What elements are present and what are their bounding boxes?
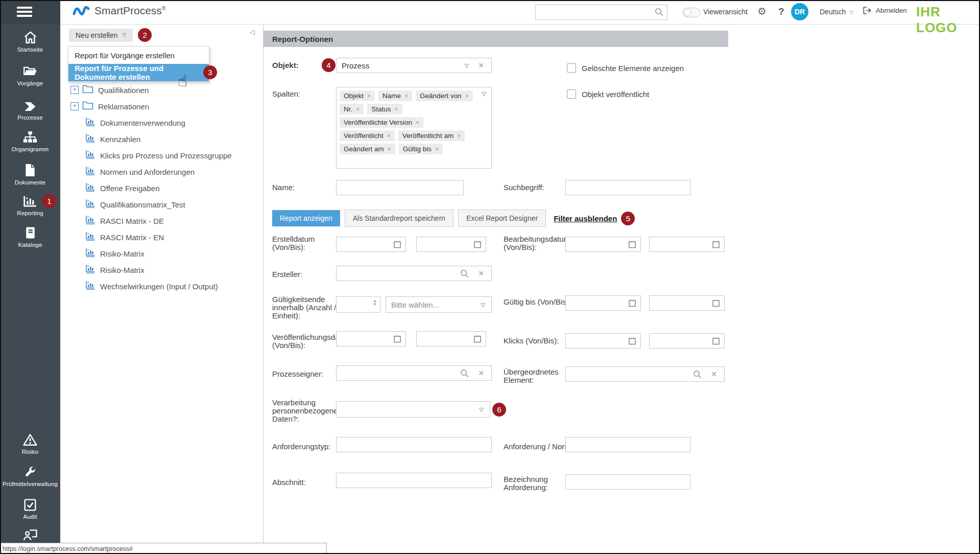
chevron-down-icon[interactable]: ▽ [482,90,486,97]
anforderung-norm-field[interactable] [565,437,690,452]
spalten-tag[interactable]: Geändert am× [340,144,395,154]
verarbeitung-select[interactable]: ▽ [336,401,490,418]
calendar-icon[interactable] [712,299,720,309]
search-icon[interactable] [460,269,469,280]
help-icon[interactable]: ? [778,6,784,17]
remove-tag-icon[interactable]: × [356,106,360,113]
sidebar-item-schulung[interactable] [0,526,60,541]
excel-report-designer-button[interactable]: Excel Report Designer [458,210,546,227]
tree-report-item[interactable]: Risiko-Matrix [60,245,263,262]
calendar-icon[interactable] [473,335,482,345]
bearbeitungsdatum-von-field[interactable] [565,237,641,252]
sidebar-item-audit[interactable]: Audit [0,497,60,520]
checkbox-geloeschte-elemente[interactable]: Gelöschte Elemente anzeigen [567,63,684,73]
collapse-panel-icon[interactable]: ◁ [250,28,255,36]
klicks-bis-field[interactable] [649,333,725,349]
chevron-down-icon[interactable]: ▽ [481,302,485,308]
search-icon[interactable] [460,369,469,380]
user-avatar[interactable]: DR [791,3,808,20]
bearbeitungsdatum-bis-field[interactable] [649,237,725,252]
spalten-tag[interactable]: Name× [378,90,412,101]
spalten-tag[interactable]: Veröffentlichte Version× [340,117,423,128]
calendar-icon[interactable] [628,337,636,347]
search-input[interactable] [539,6,651,18]
clear-icon[interactable]: ✕ [478,369,484,377]
tree-report-item[interactable]: Klicks pro Prozess und Prozessgruppe [60,147,263,164]
checkbox-box[interactable] [567,63,576,73]
calendar-icon[interactable] [473,240,482,250]
spalten-tag[interactable]: Nr.× [340,104,364,114]
calendar-icon[interactable] [712,337,720,347]
sidebar-item-risiko[interactable]: Risiko [0,432,60,455]
tree-report-item[interactable]: Offene Freigaben [60,180,263,196]
clear-icon[interactable]: ✕ [478,61,484,70]
anforderung-norm-input[interactable] [570,439,688,451]
objekt-select[interactable]: Prozess ▽ ✕ [336,58,492,73]
language-selector[interactable]: Deutsch▽ [820,8,853,16]
hamburger-button[interactable] [0,0,60,24]
settings-gear-icon[interactable]: ⚙ [757,5,767,17]
expand-plus-icon[interactable]: + [70,102,79,110]
viewer-toggle[interactable] [683,8,700,17]
veroeffentlichungsdatum-bis-field[interactable] [416,331,486,347]
suchbegriff-field[interactable] [565,180,690,195]
sidebar-item-dokumente[interactable]: Dokumente [0,163,60,186]
erstelldatum-bis-field[interactable] [416,237,486,252]
uebergeordnetes-element-search-field[interactable]: ✕ [565,366,725,382]
spalten-tag[interactable]: Gültig bis× [399,144,443,154]
abschnitt-field[interactable] [336,473,492,488]
remove-tag-icon[interactable]: × [388,146,391,153]
ersteller-search-field[interactable]: ✕ [336,266,492,281]
remove-tag-icon[interactable]: × [435,146,439,153]
sidebar-item-kataloge[interactable]: Kataloge [0,225,60,248]
anforderungstyp-input[interactable] [341,439,489,451]
remove-tag-icon[interactable]: × [387,132,391,140]
calendar-icon[interactable] [393,240,401,250]
sidebar-item-vorgaenge[interactable]: Vorgänge [0,63,60,86]
sidebar-item-pruefmittelverwaltung[interactable]: Prüfmittelverwaltung [0,464,60,487]
standardreport-speichern-button[interactable]: Als Standardreport speichern [345,210,453,227]
sidebar-item-organigramm[interactable]: Organigramm [0,129,60,152]
filter-ausblenden-link[interactable]: Filter ausblenden [554,214,617,223]
report-anzeigen-button[interactable]: Report anzeigen [272,210,340,226]
gueltig-bis-bis-field[interactable] [649,295,725,311]
spalten-tag[interactable]: Geändert von× [416,90,473,101]
calendar-icon[interactable] [628,240,636,250]
abschnitt-input[interactable] [341,475,489,487]
spalten-tag[interactable]: Veröffentlicht am× [398,130,465,141]
chevron-down-icon[interactable]: ▽ [480,406,484,413]
tree-report-item[interactable]: Qualifikationsmatrix_Test [60,196,263,213]
prozesseigner-search-field[interactable]: ✕ [336,365,492,381]
neu-erstellen-button[interactable]: Neu erstellen ▽ [69,29,133,42]
anzahl-stepper[interactable]: ▲▼ [336,296,380,313]
erstelldatum-von-field[interactable] [336,237,406,252]
tree-report-item[interactable]: Dokumentenverwendung [60,114,263,131]
calendar-icon[interactable] [628,299,636,309]
clear-icon[interactable]: ✕ [711,370,717,378]
remove-tag-icon[interactable]: × [457,132,461,140]
spalten-tag[interactable]: Veröffentlicht× [340,130,395,141]
remove-tag-icon[interactable]: × [416,119,419,126]
sidebar-item-prozesse[interactable]: Prozesse [0,98,60,121]
name-input[interactable] [341,182,461,194]
suchbegriff-input[interactable] [570,182,688,194]
tree-report-item[interactable]: RASCI Matrix - EN [60,229,263,245]
spalten-multiselect[interactable]: ▽ Objekt× Name× Geändert von× Nr.× Statu… [336,87,492,169]
einheit-select[interactable]: Bitte wählen... ▽ [386,296,492,313]
tree-folder[interactable]: + Reklamationen [60,98,263,114]
stepper-arrows-icon[interactable]: ▲▼ [373,299,377,306]
remove-tag-icon[interactable]: × [367,93,371,100]
clear-icon[interactable]: ✕ [478,269,484,278]
tree-report-item[interactable]: Kennzahlen [60,131,263,147]
remove-tag-icon[interactable]: × [395,106,398,113]
calendar-icon[interactable] [393,335,401,345]
remove-tag-icon[interactable]: × [404,93,408,100]
tree-report-item[interactable]: Normen und Anforderungen [60,164,263,180]
search-icon[interactable] [693,370,702,381]
tree-report-item[interactable]: Risiko-Matrix [60,262,263,278]
spalten-tag[interactable]: Status× [367,104,402,114]
bezeichnung-anforderung-field[interactable] [565,474,690,490]
logout-button[interactable]: Abmelden [863,7,907,14]
checkbox-box[interactable] [567,89,576,99]
veroeffentlichungsdatum-von-field[interactable] [336,331,406,347]
